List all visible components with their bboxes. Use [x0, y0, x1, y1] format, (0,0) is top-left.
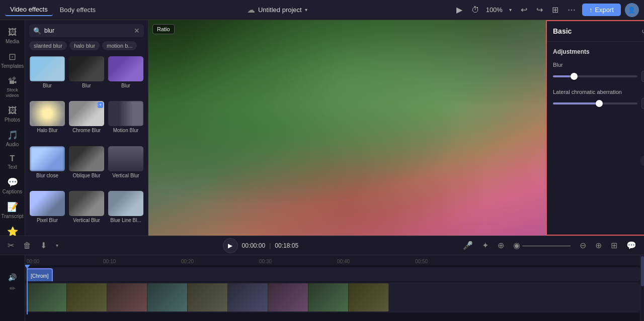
blur-slider-track[interactable]	[553, 75, 637, 77]
sidebar-item-audio[interactable]: 🎵 Audio	[1, 127, 24, 150]
effect-thumb-blue-line-blur	[108, 191, 143, 216]
sidebar-item-stickers[interactable]: ⭐ Stickers	[1, 223, 24, 236]
lca-value-input[interactable]	[641, 98, 644, 109]
search-input[interactable]	[44, 27, 131, 34]
filter-tag-halo[interactable]: halo blur	[69, 41, 100, 50]
effect-track: [Chrom]	[25, 267, 640, 281]
blur-slider-row	[553, 71, 644, 82]
sidebar-label-photos: Photos	[5, 117, 20, 123]
blur-slider-group: Blur	[553, 62, 644, 82]
play-icon-btn[interactable]: ▶	[454, 3, 465, 17]
sidebar-item-media[interactable]: 🖼 Media	[1, 24, 24, 47]
export-label: Export	[595, 6, 614, 14]
download-dropdown-btn[interactable]: ▾	[53, 241, 61, 250]
ratio-button[interactable]: Ratio	[152, 24, 175, 34]
blur-value-input[interactable]	[641, 71, 644, 82]
effect-chrome-blur[interactable]: + Chrome Blur	[68, 101, 105, 143]
fullscreen-btn[interactable]: ⊞	[608, 239, 620, 252]
effect-motion-blur[interactable]: Motion Blur	[108, 101, 144, 143]
mini-thumb-5	[188, 283, 228, 311]
chrome-clip[interactable]: [Chrom]	[27, 268, 53, 281]
mic-btn[interactable]: 🎤	[460, 239, 475, 252]
export-icon: ↑	[589, 6, 593, 14]
zoom-out-btn[interactable]: ⊖	[577, 239, 589, 252]
timeline-scrollbar[interactable]	[640, 255, 644, 321]
effect-thumb-halo-blur	[30, 101, 65, 126]
magic-btn[interactable]: ✦	[479, 239, 491, 252]
layout-btn[interactable]: ⊞	[549, 3, 561, 17]
sidebar-label-transcript: Transcript	[1, 213, 23, 219]
mini-thumb-4	[147, 283, 188, 311]
export-button[interactable]: ↑ Export	[582, 4, 621, 16]
effect-blur-1[interactable]: Blur	[29, 56, 65, 98]
top-bar-right: ▶ ⏱ 100% ▾ ↩ ↪ ⊞ ⋯ ↑ Export 👤	[454, 3, 639, 17]
redo-btn[interactable]: ↪	[534, 3, 545, 17]
download-btn[interactable]: ⬇	[38, 239, 49, 252]
playhead[interactable]	[27, 265, 28, 314]
effect-vertical-blur2[interactable]: Vertical Blur	[68, 191, 105, 233]
effect-halo-blur[interactable]: Halo Blur	[29, 101, 65, 143]
effect-thumb-blur-2	[69, 56, 104, 81]
ruler-mark-3: 00:30	[259, 259, 272, 264]
comment-btn[interactable]: 💬	[624, 239, 639, 252]
undo-btn[interactable]: ↩	[518, 3, 530, 17]
sidebar-item-photos[interactable]: 🖼 Photos	[1, 102, 24, 126]
effect-thumb-vertical-blur	[108, 146, 143, 171]
video-track	[25, 282, 640, 312]
video-canvas	[148, 20, 546, 236]
zoom-display: 100%	[486, 6, 503, 14]
effect-label-blur-close: Blur close	[36, 173, 58, 178]
volume-icon[interactable]: 🔊	[8, 273, 17, 281]
effect-vertical-blur[interactable]: Vertical Blur	[108, 146, 144, 188]
delete-btn[interactable]: 🗑	[21, 240, 34, 252]
sidebar-item-templates[interactable]: ⊡ Templates	[1, 48, 24, 72]
clear-search-icon[interactable]: ✕	[134, 27, 140, 35]
main-content: 🖼 Media ⊡ Templates 📽 Stock videos 🖼 Pho…	[0, 20, 644, 236]
photos-icon: 🖼	[8, 105, 17, 116]
zoom-in-btn[interactable]: ⊕	[593, 239, 604, 252]
filter-tag-motion[interactable]: motion b...	[102, 41, 137, 50]
sidebar-label-stock: Stock videos	[3, 87, 22, 98]
sidebar-item-captions[interactable]: 💬 Captions	[1, 174, 24, 197]
effect-label-motion-blur: Motion Blur	[113, 128, 139, 133]
timer-icon-btn[interactable]: ⏱	[469, 4, 482, 17]
lca-slider-thumb[interactable]	[596, 100, 603, 107]
effect-pixel-blur[interactable]: Pixel Blur	[29, 191, 65, 233]
more-btn[interactable]: ⋯	[565, 3, 578, 17]
effect-blur-close[interactable]: Blur close	[29, 146, 65, 188]
sidebar-item-transcript[interactable]: 📝 Transcript	[1, 198, 24, 222]
main-video-clip[interactable]	[27, 283, 389, 311]
zoom-dropdown-btn[interactable]: ▾	[507, 5, 514, 15]
timeline-area: ✂ 🗑 ⬇ ▾ ▶ 00:00:00 | 00:18:05 🎤 ✦ ⊕ ◉ ——…	[0, 236, 644, 321]
project-name[interactable]: Untitled project ▾	[258, 6, 307, 14]
effect-blur-2[interactable]: Blur	[68, 56, 105, 98]
lca-slider-fill	[553, 102, 599, 104]
filter-tags: slanted blur halo blur motion b...	[25, 41, 148, 53]
filter-tag-slanted[interactable]: slanted blur	[29, 41, 67, 50]
captions-icon: 💬	[7, 177, 18, 188]
avatar[interactable]: 👤	[625, 3, 639, 17]
effect-blue-line-blur[interactable]: Blue Line Bl...	[108, 191, 144, 233]
tab-body-effects[interactable]: Body effects	[55, 4, 101, 16]
effect-thumb-motion-blur	[108, 101, 143, 126]
mini-thumb-8	[308, 283, 349, 311]
sidebar-item-text[interactable]: T Text	[1, 151, 24, 173]
cut-btn[interactable]: ✂	[5, 239, 17, 252]
ruler-mark-2: 00:20	[181, 259, 194, 264]
sidebar-item-stock[interactable]: 📽 Stock videos	[1, 73, 24, 101]
volume-slider-btn[interactable]: ◉ ——————	[511, 239, 573, 252]
mini-thumb-9	[349, 283, 389, 311]
scrollbar-thumb[interactable]	[641, 256, 644, 286]
blur-slider-thumb[interactable]	[571, 73, 578, 80]
mini-thumb-3	[107, 283, 147, 311]
sync-btn[interactable]: ⊕	[495, 239, 507, 252]
tab-video-effects[interactable]: Video effects	[5, 4, 53, 16]
effect-thumb-blur-1	[30, 56, 65, 81]
edit-icon[interactable]: ✏	[10, 284, 16, 292]
effect-oblique-blur[interactable]: Oblique Blur	[68, 146, 105, 188]
effect-blur-3[interactable]: Blur	[108, 56, 144, 98]
reset-adjustments-btn[interactable]: ↺	[640, 26, 644, 36]
lca-slider-track[interactable]	[553, 102, 637, 104]
play-button[interactable]: ▶	[223, 238, 238, 253]
timeline-main: 00:00 00:10 00:20 00:30 00:40 00:50 [Chr…	[25, 255, 640, 321]
